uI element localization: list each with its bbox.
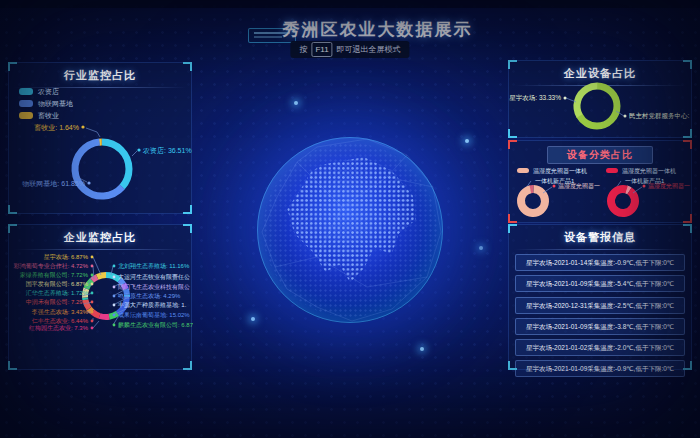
globe-dot-texture <box>263 143 437 317</box>
callout-dot <box>91 311 94 314</box>
callout-label: 成果沄南葡萄基地: 15.02% <box>118 311 190 318</box>
globe-mesh-lines <box>257 137 443 323</box>
callout-label: 中润禾有限公司: 7.29% <box>26 298 89 305</box>
callout-dot <box>81 125 84 128</box>
f11-key-hint: F11 <box>311 42 332 57</box>
donut-ring <box>570 79 625 134</box>
callout-label: 农资店: 36.51% <box>142 146 192 154</box>
callout-dot <box>564 97 567 100</box>
callout-dot <box>91 327 94 330</box>
leader-line <box>86 128 100 137</box>
alarm-list-item: 星宇农场-2021-01-09采集温度:-3.8℃,低于下限:0℃ <box>515 318 685 335</box>
equipment-donut-chart: 星宇农场: 33.33% 民主村党群服务中心: <box>509 61 693 139</box>
glow-dot <box>420 347 424 351</box>
leader-line <box>93 321 99 328</box>
callout-label: 仁丰生态农业: 6.44% <box>32 317 89 324</box>
alarm-list-item: 星宇农场-2020-12-31采集温度:-2.5℃,低于下限:0℃ <box>515 297 685 314</box>
callout-label: 丰源大产种质养殖基地: 1. <box>118 301 187 308</box>
enterprise-donut-chart: 星宇农场: 6.87% 彩鸿葡萄专业合作社: 4.72% 家绿养殖有限公司: 7… <box>9 225 193 371</box>
callout-dot <box>91 274 94 277</box>
leader-line <box>93 257 101 275</box>
device-category-panel: 设备分类占比 温湿度光照器一体机 一体机新产品1 温湿度光照器一 温湿度光照器一… <box>508 140 692 223</box>
callout-dot <box>91 292 94 295</box>
fullscreen-tip-prefix: 按 <box>299 45 307 54</box>
callout-label: 民主村党群服务中心: <box>629 112 690 120</box>
callout-label: 物联网基地: 61.85% <box>22 180 85 188</box>
leader-line <box>132 151 137 156</box>
dashboard-stage: 秀洲区农业大数据展示 按F11即可退出全屏模式 行业监控占比 农资店 物联网基地… <box>0 0 700 438</box>
alarm-list-item: 星宇农场-2021-01-09采集温度:-5.4℃,低于下限:0℃ <box>515 275 685 292</box>
callout-dot <box>113 276 116 279</box>
glow-dot <box>294 101 298 105</box>
callout-dot <box>91 265 94 268</box>
callout-dot <box>91 256 94 259</box>
callout-label: 国平发有限公司: 6.87% <box>26 280 89 288</box>
device-category-charts: 温湿度光照器一体机 一体机新产品1 温湿度光照器一 温湿度光照器一体机 一体机新… <box>509 141 693 224</box>
callout-label: 北刘翔生态养殖场: 11.16% <box>118 262 190 270</box>
glow-dot <box>465 139 469 143</box>
equipment-ratio-panel: 企业设备占比 星宇农场: 33.33% 民主村党群服务中心: <box>508 60 692 138</box>
alarm-list-item: 星宇农场-2021-01-14采集温度:-0.9℃,低于下限:0℃ <box>515 254 685 271</box>
donut-slice <box>606 184 639 217</box>
alarm-list-item: 星宇农场-2021-01-02采集温度:-2.0℃,低于下限:0℃ <box>515 339 685 356</box>
callout-label: 鸣喜原生态农场: 4.29% <box>118 292 181 300</box>
callout-label: 星宇农场: 6.87% <box>44 253 89 261</box>
callout-dot <box>643 185 646 188</box>
donut-ring <box>518 186 547 215</box>
callout-label: 汇华生态养殖场: 1.72% <box>26 289 89 297</box>
legend-swatch[interactable] <box>606 168 618 173</box>
callout-dot <box>113 265 116 268</box>
globe-continent-dots <box>263 143 437 317</box>
alarm-list-item: 星宇农场-2021-01-09采集温度:-0.9℃,低于下限:0℃ <box>515 360 685 377</box>
callout-dot <box>553 185 556 188</box>
callout-label: 大运河生态牧业有限责任公 <box>118 273 190 281</box>
callout-dot <box>113 324 116 327</box>
fullscreen-tip: 按F11即可退出全屏模式 <box>290 41 409 58</box>
callout-label: 畜牧业: 1.64% <box>34 124 79 132</box>
callout-dot <box>87 181 90 184</box>
top-band <box>0 0 700 8</box>
legend-label[interactable]: 温湿度光照器一体机 <box>533 167 587 175</box>
donut-ring <box>606 184 639 217</box>
callout-dot <box>91 301 94 304</box>
callout-label: 陆门飞生态农业科技有限公 <box>118 283 190 290</box>
legend-label[interactable]: 温湿度光照器一体机 <box>622 167 676 175</box>
callout-label: 红梅园生态农业: 7.3% <box>28 324 89 332</box>
divider <box>514 249 686 250</box>
callout-label: 李强生态农场: 3.43% <box>31 308 89 316</box>
callout-label: 彩鸿葡萄专业合作社: 4.72% <box>13 263 89 270</box>
callout-label: 家绿养殖有限公司: 7.72% <box>20 271 89 278</box>
globe <box>257 137 443 323</box>
callout-label: 星宇农场: 33.33% <box>509 94 561 102</box>
glow-dot <box>479 246 483 250</box>
page-title: 秀洲区农业大数据展示 <box>0 18 700 41</box>
callout-dot <box>91 283 94 286</box>
callout-dot <box>624 115 627 118</box>
legend-swatch[interactable] <box>517 168 529 173</box>
glow-dot <box>251 317 255 321</box>
callout-dot <box>91 320 94 323</box>
industry-ratio-panel: 行业监控占比 农资店 物联网基地 畜牧业 畜牧业: 1.64% 农资店: 36.… <box>8 62 192 214</box>
callout-label: 麒麟生态农业有限公司: 6.87% <box>118 321 193 328</box>
callout-dot <box>113 295 116 298</box>
callout-dot <box>113 304 116 307</box>
industry-donut-chart: 畜牧业: 1.64% 农资店: 36.51% 物联网基地: 61.85% <box>9 63 193 215</box>
callout-label: 温湿度光照器一 <box>648 182 690 190</box>
callout-label: 温湿度光照器一 <box>558 182 600 190</box>
fullscreen-tip-suffix: 即可退出全屏模式 <box>337 45 401 54</box>
device-alarm-panel: 设备警报信息 星宇农场-2021-01-14采集温度:-0.9℃,低于下限:0℃… <box>508 224 692 370</box>
callout-dot <box>113 314 116 317</box>
callout-dot <box>113 286 116 289</box>
alarm-panel-title: 设备警报信息 <box>509 225 691 245</box>
enterprise-monitor-panel: 企业监控占比 星宇农场: 6.87% 彩鸿葡萄专业合作社: 4.72% 家绿养殖… <box>8 224 192 370</box>
donut-ring <box>64 131 140 207</box>
callout-dot <box>137 148 140 151</box>
